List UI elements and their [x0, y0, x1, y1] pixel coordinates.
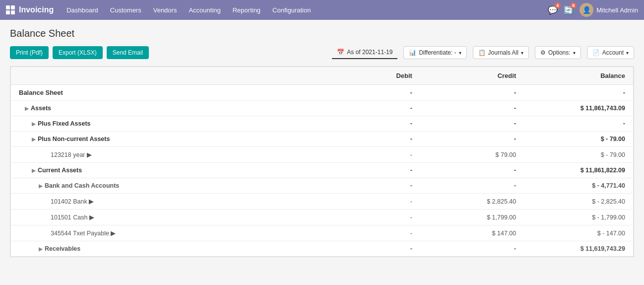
- notifications-button[interactable]: 💬 4: [548, 5, 558, 15]
- account-label: Account: [602, 49, 624, 56]
- chevron-down-icon4: ▾: [626, 50, 629, 56]
- expand-arrow-icon[interactable]: ▶: [32, 121, 36, 127]
- row-credit: -: [420, 132, 524, 147]
- row-label: ▶Assets: [11, 101, 353, 116]
- chevron-down-icon3: ▾: [573, 50, 576, 56]
- row-label: ▶Bank and Cash Accounts: [11, 178, 353, 194]
- row-balance: $ - 79.00: [524, 132, 633, 147]
- col-header-balance: Balance: [524, 67, 633, 85]
- row-label: ▶Plus Non-current Assets: [11, 132, 353, 147]
- app-logo[interactable]: Invoicing: [6, 5, 54, 14]
- row-balance: $ - 4,771.40: [524, 178, 633, 194]
- table-row[interactable]: ▶Plus Fixed Assets---: [11, 116, 634, 132]
- options-label: Options:: [548, 49, 571, 56]
- table-row[interactable]: ▶Receivables--$ 11,619,743.29: [11, 241, 634, 257]
- avatar: 👤: [580, 3, 593, 17]
- date-filter-button[interactable]: 📅 As of 2021-11-19: [332, 46, 397, 59]
- row-balance: $ - 147.00: [524, 225, 633, 241]
- nav-vendors[interactable]: Vendors: [148, 3, 182, 17]
- expand-arrow-icon[interactable]: ▶: [39, 246, 43, 252]
- row-debit: -: [353, 241, 420, 257]
- expand-arrow-icon[interactable]: ▶: [32, 137, 36, 142]
- report-table-wrapper: Debit Credit Balance Balance Sheet---▶As…: [10, 66, 634, 257]
- nav-customers[interactable]: Customers: [105, 3, 146, 17]
- row-debit: -: [353, 225, 420, 241]
- table-row[interactable]: 345544 Txet Payable ▶-$ 147.00$ - 147.00: [11, 225, 634, 241]
- refresh-badge: 8: [570, 2, 577, 8]
- chevron-down-icon2: ▾: [521, 50, 523, 56]
- account-button[interactable]: 📄 Account ▾: [587, 46, 634, 59]
- export-xlsx-button[interactable]: Export (XLSX): [53, 46, 103, 59]
- row-balance: $ 11,861,743.09: [524, 101, 633, 116]
- expand-arrow-icon[interactable]: ▶: [25, 106, 29, 111]
- chart-icon: 📊: [409, 49, 416, 56]
- row-credit: -: [420, 178, 524, 194]
- top-navigation: Invoicing Dashboard Customers Vendors Ac…: [0, 0, 644, 20]
- row-credit: -: [420, 101, 524, 116]
- topnav-right-section: 💬 4 🔄 8 👤 Mitchell Admin: [548, 3, 638, 17]
- row-credit: $ 1,799.00: [420, 210, 524, 225]
- nav-reporting[interactable]: Reporting: [228, 3, 265, 17]
- row-debit: -: [353, 210, 420, 225]
- row-credit: -: [420, 163, 524, 178]
- row-credit: $ 147.00: [420, 225, 524, 241]
- differentiate-label: Differentiate: -: [419, 49, 456, 56]
- send-email-button[interactable]: Send Email: [107, 46, 149, 59]
- row-debit: -: [353, 132, 420, 147]
- row-credit: $ 79.00: [420, 147, 524, 163]
- table-row[interactable]: ▶Plus Non-current Assets--$ - 79.00: [11, 132, 634, 147]
- differentiate-button[interactable]: 📊 Differentiate: - ▾: [403, 46, 466, 59]
- table-row[interactable]: ▶Bank and Cash Accounts--$ - 4,771.40: [11, 178, 634, 194]
- user-menu[interactable]: 👤 Mitchell Admin: [580, 3, 638, 17]
- table-row[interactable]: 101402 Bank ▶-$ 2,825.40$ - 2,825.40: [11, 194, 634, 210]
- row-debit: -: [353, 101, 420, 116]
- row-balance: $ - 2,825.40: [524, 194, 633, 210]
- print-pdf-button[interactable]: Print (Pdf): [10, 46, 49, 59]
- row-debit: -: [353, 85, 420, 101]
- date-filter-label: As of 2021-11-19: [347, 49, 392, 56]
- row-credit: $ 2,825.40: [420, 194, 524, 210]
- notification-badge: 4: [554, 2, 561, 8]
- row-debit: -: [353, 163, 420, 178]
- row-balance: $ 11,861,822.09: [524, 163, 633, 178]
- table-row[interactable]: ▶Current Assets--$ 11,861,822.09: [11, 163, 634, 178]
- page-title: Balance Sheet: [10, 28, 634, 39]
- row-debit: -: [353, 194, 420, 210]
- nav-configuration[interactable]: Configuration: [267, 3, 316, 17]
- app-name: Invoicing: [19, 5, 54, 14]
- row-debit: -: [353, 116, 420, 132]
- nav-accounting[interactable]: Accounting: [184, 3, 225, 17]
- table-row: Balance Sheet---: [11, 85, 634, 101]
- expand-arrow-icon[interactable]: ▶: [39, 183, 43, 189]
- user-name: Mitchell Admin: [596, 6, 638, 14]
- toolbar-left: Print (Pdf) Export (XLSX) Send Email: [10, 46, 149, 59]
- calendar-icon: 📅: [337, 49, 344, 56]
- col-header-name: [11, 67, 353, 85]
- row-label: ▶Current Assets: [11, 163, 353, 178]
- col-header-debit: Debit: [353, 67, 420, 85]
- table-row[interactable]: ▶Assets--$ 11,861,743.09: [11, 101, 634, 116]
- row-credit: -: [420, 241, 524, 257]
- row-label: 101402 Bank ▶: [11, 194, 353, 210]
- refresh-button[interactable]: 🔄 8: [564, 5, 574, 15]
- row-balance: $ - 79.00: [524, 147, 633, 163]
- options-button[interactable]: ⚙ Options: ▾: [535, 46, 581, 59]
- row-label: Balance Sheet: [11, 85, 353, 101]
- row-label: ▶Receivables: [11, 241, 353, 257]
- table-header-row: Debit Credit Balance: [11, 67, 634, 85]
- nav-dashboard[interactable]: Dashboard: [62, 3, 103, 17]
- row-balance: $ 11,619,743.29: [524, 241, 633, 257]
- row-balance: $ - 1,799.00: [524, 210, 633, 225]
- row-balance: -: [524, 85, 633, 101]
- table-row[interactable]: 101501 Cash ▶-$ 1,799.00$ - 1,799.00: [11, 210, 634, 225]
- expand-arrow-icon[interactable]: ▶: [32, 168, 36, 173]
- balance-sheet-table: Debit Credit Balance Balance Sheet---▶As…: [10, 67, 634, 257]
- row-debit: -: [353, 178, 420, 194]
- row-label: ▶Plus Fixed Assets: [11, 116, 353, 132]
- logo-grid-icon: [6, 5, 15, 14]
- report-toolbar: Print (Pdf) Export (XLSX) Send Email 📅 A…: [10, 46, 634, 59]
- page-content: Balance Sheet Print (Pdf) Export (XLSX) …: [0, 20, 644, 285]
- table-row[interactable]: 123218 year ▶-$ 79.00$ - 79.00: [11, 147, 634, 163]
- toolbar-right: 📅 As of 2021-11-19 📊 Differentiate: - ▾ …: [332, 46, 634, 59]
- journals-button[interactable]: 📋 Journals All ▾: [473, 46, 529, 59]
